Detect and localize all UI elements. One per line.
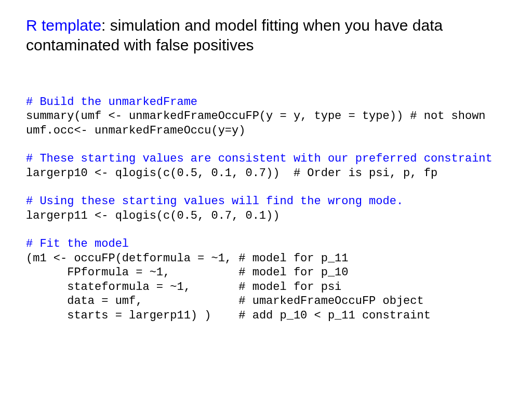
code-line: umf.occ<- unmarkedFrameOccu(y=y) (26, 124, 245, 137)
slide-title: R template: simulation and model fitting… (26, 16, 506, 55)
code-comment: # Using these starting values will find … (26, 195, 403, 208)
code-comment: # Fit the model (26, 237, 129, 250)
code-line: FPformula = ~1, # model for p_10 (26, 266, 349, 279)
title-highlight: R template (26, 17, 101, 34)
blank-line (26, 138, 506, 152)
code-line: summary(umf <- unmarkedFrameOccuFP(y = y… (26, 110, 486, 123)
code-block: # Build the unmarkedFrame summary(umf <-… (26, 81, 506, 323)
code-line: stateformula = ~1, # model for psi (26, 281, 341, 294)
slide-content: R template: simulation and model fitting… (0, 0, 532, 338)
code-comment: # These starting values are consistent w… (26, 152, 493, 165)
blank-line (26, 180, 506, 194)
code-line: starts = largerp11) ) # add p_10 < p_11 … (26, 309, 431, 322)
code-line: largerp11 <- qlogis(c(0.5, 0.7, 0.1)) (26, 209, 280, 222)
code-line: data = umf, # umarkedFrameOccuFP object (26, 295, 424, 308)
blank-line (26, 223, 506, 237)
code-line: (m1 <- occuFP(detformula = ~1, # model f… (26, 252, 349, 265)
code-line: largerp10 <- qlogis(c(0.5, 0.1, 0.7)) # … (26, 167, 437, 180)
code-comment: # Build the unmarkedFrame (26, 96, 197, 109)
